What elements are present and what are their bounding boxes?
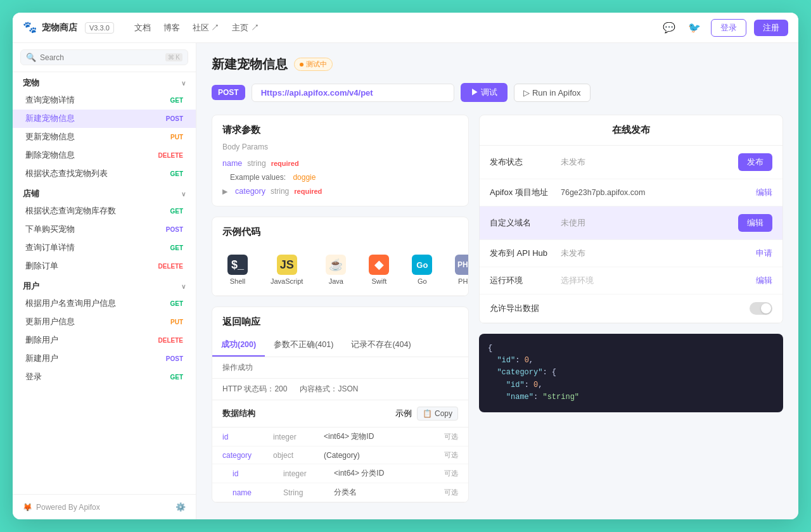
lang-go[interactable]: Go Go <box>407 252 437 288</box>
js-icon: JS <box>277 255 297 275</box>
swift-label: Swift <box>371 277 386 285</box>
wechat-icon[interactable]: 💬 <box>660 19 678 37</box>
chevron-icon: ∨ <box>181 80 186 87</box>
publish-row-domain: 自定义域名 未使用 编辑 <box>480 206 782 240</box>
lang-shell[interactable]: $_ Shell <box>222 252 253 288</box>
expand-icon[interactable]: ▶ <box>222 187 227 196</box>
debug-button[interactable]: ▶ 调试 <box>461 83 508 102</box>
nav-docs[interactable]: 文档 <box>134 22 151 34</box>
data-structure-header: 数据结构 示例 📋 Copy <box>212 400 468 428</box>
sidebar-item-list-pets[interactable]: 根据状态查找宠物列表 GET <box>13 165 196 183</box>
response-card: 返回响应 成功(200) 参数不正确(401) 记录不存在(404) 操作成功 … <box>212 307 469 503</box>
method-badge: POST <box>163 355 186 363</box>
ds-optional: 可选 <box>444 450 458 460</box>
nav-right: 💬 🐦 登录 注册 <box>660 19 788 37</box>
register-button[interactable]: 注册 <box>754 20 788 36</box>
tab-404[interactable]: 记录不存在(404) <box>342 334 419 357</box>
chevron-icon3: ∨ <box>181 283 186 290</box>
sidebar-item-label: 下单购买宠物 <box>25 224 75 235</box>
publish-row-hub: 发布到 API Hub 未发布 申请 <box>480 240 782 267</box>
params-title: 请求参数 <box>212 115 468 142</box>
sidebar-item-label: 新建用户 <box>25 353 58 364</box>
shell-label: Shell <box>230 277 245 285</box>
run-button[interactable]: ▷ Run in Apifox <box>514 84 590 102</box>
login-button[interactable]: 登录 <box>711 19 746 37</box>
sidebar-item-order-detail[interactable]: 查询订单详情 GET <box>13 239 196 257</box>
sidebar-item-get-pet[interactable]: 查询宠物详情 GET <box>13 91 196 110</box>
lang-java[interactable]: ☕ Java <box>321 252 351 288</box>
body-params-label: Body Params <box>222 142 458 151</box>
method-badge-get2: GET <box>167 170 186 178</box>
method-pill: POST <box>212 85 245 100</box>
ds-field-desc: (Category) <box>324 451 444 460</box>
lang-swift[interactable]: ◆ Swift <box>364 252 394 288</box>
ds-row-cat-name: name String 分类名 可选 <box>212 483 468 502</box>
section-header-users[interactable]: 用户 ∨ <box>13 276 196 294</box>
param-example-row: Example values: doggie <box>222 170 458 184</box>
page-title-row: 新建宠物信息 测试中 <box>212 56 783 73</box>
sidebar-item-update-pet[interactable]: 更新宠物信息 PUT <box>13 128 196 146</box>
ds-field-type: integer <box>283 469 334 478</box>
publish-label: 允许导出数据 <box>490 303 553 314</box>
lang-php[interactable]: PHP PHP <box>450 252 469 288</box>
edit-button[interactable]: 编辑 <box>756 187 772 198</box>
sidebar-item-get-user[interactable]: 根据用户名查询用户信息 GET <box>13 294 196 313</box>
publish-label: 自定义域名 <box>490 217 553 229</box>
tab-200[interactable]: 成功(200) <box>212 334 265 357</box>
swift-icon: ◆ <box>369 255 389 275</box>
json-panel: { "id": 0, "category": { "id": 0, "name"… <box>479 334 783 412</box>
method-badge: GET <box>167 207 186 215</box>
sidebar-item-label: 登录 <box>25 372 42 383</box>
section-header-pets[interactable]: 宠物 ∨ <box>13 72 196 91</box>
sidebar-item-stock[interactable]: 根据状态查询宠物库存数 GET <box>13 202 196 220</box>
apply-button[interactable]: 申请 <box>756 248 772 259</box>
bird-icon[interactable]: 🐦 <box>686 19 703 37</box>
sidebar-item-label: 根据状态查询宠物库存数 <box>25 206 116 217</box>
java-icon: ☕ <box>326 255 346 275</box>
sidebar-section-shop: 店铺 ∨ 根据状态查询宠物库存数 GET 下单购买宠物 POST 查询订单详情 … <box>13 183 196 276</box>
lang-javascript[interactable]: JS JavaScript <box>265 252 308 288</box>
sidebar-item-new-user[interactable]: 新建用户 POST <box>13 350 196 368</box>
response-meta: HTTP 状态码：200 内容格式：JSON <box>212 379 468 400</box>
chevron-icon2: ∨ <box>181 191 186 198</box>
logo-icon: 🐾 <box>23 20 38 35</box>
edit-domain-button[interactable]: 编辑 <box>738 214 772 232</box>
sidebar-item-delete-order[interactable]: 删除订单 DELETE <box>13 257 196 276</box>
content-format: 内容格式：JSON <box>300 384 358 395</box>
copy-button[interactable]: 📋 Copy <box>417 407 458 421</box>
sidebar-section-users: 用户 ∨ 根据用户名查询用户信息 GET 更新用户信息 PUT 删除用户 DEL… <box>13 276 196 386</box>
example-code-title: 示例代码 <box>212 217 468 244</box>
sidebar-item-order[interactable]: 下单购买宠物 POST <box>13 220 196 239</box>
section-header-shop[interactable]: 店铺 ∨ <box>13 183 196 202</box>
settings-icon[interactable]: ⚙️ <box>176 502 186 512</box>
sidebar-item-delete-user[interactable]: 删除用户 DELETE <box>13 331 196 350</box>
export-toggle[interactable] <box>750 302 772 315</box>
sidebar-item-label: 删除订单 <box>25 261 58 272</box>
two-col-layout: 请求参数 Body Params name string required Ex… <box>212 115 783 513</box>
publish-value: 76ge23h7pb.apifox.com <box>561 188 748 197</box>
sidebar-item-label: 删除宠物信息 <box>25 150 75 161</box>
nav-home[interactable]: 主页 ↗ <box>232 22 259 34</box>
search-input[interactable] <box>40 53 162 62</box>
go-label: Go <box>418 277 427 285</box>
nav-blog[interactable]: 博客 <box>163 22 180 34</box>
status-badge: 测试中 <box>294 58 333 71</box>
endpoint-url: Https://api.apifox.com/v4/pet <box>252 84 454 102</box>
sidebar-item-delete-pet[interactable]: 删除宠物信息 DELETE <box>13 146 196 165</box>
publish-label: 发布状态 <box>490 156 553 168</box>
ds-field-desc: 分类名 <box>334 487 444 498</box>
method-badge-put: PUT <box>168 133 186 141</box>
publish-button[interactable]: 发布 <box>738 153 772 171</box>
nav-community[interactable]: 社区 ↗ <box>193 22 220 34</box>
sidebar-item-new-pet[interactable]: 新建宠物信息 POST <box>13 110 196 128</box>
sidebar-item-login[interactable]: 登录 GET <box>13 368 196 386</box>
ds-optional: 可选 <box>444 432 458 441</box>
top-nav: 🐾 宠物商店 V3.3.0 文档 博客 社区 ↗ 主页 ↗ 💬 🐦 登录 注册 <box>13 13 798 43</box>
version-badge[interactable]: V3.3.0 <box>85 22 114 34</box>
sidebar: 🔍 ⌘ K 宠物 ∨ 查询宠物详情 GET 新建宠物信息 POST <box>13 43 196 519</box>
param-type: string <box>247 159 265 168</box>
edit-env-button[interactable]: 编辑 <box>756 276 772 286</box>
tab-401[interactable]: 参数不正确(401) <box>265 334 342 357</box>
sidebar-item-update-user[interactable]: 更新用户信息 PUT <box>13 313 196 331</box>
publish-value: 未发布 <box>561 157 731 168</box>
